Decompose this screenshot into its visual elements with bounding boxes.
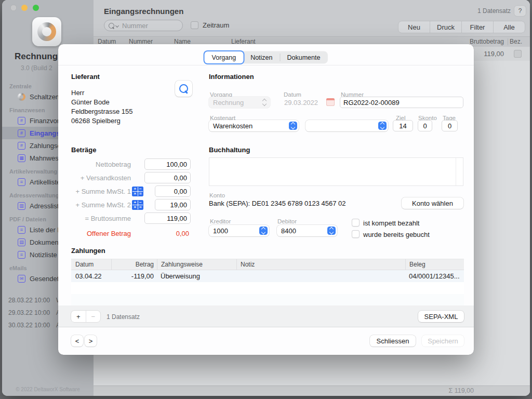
tage-input[interactable] [442, 120, 458, 131]
zahlungen-count: 1 Datensatz [107, 313, 140, 321]
zahlung-betrag: -119,00 [111, 272, 157, 280]
window-minimize-button[interactable] [21, 5, 28, 11]
mwst2-input[interactable] [155, 199, 191, 210]
tab-dokumente[interactable]: Dokumente [280, 51, 328, 63]
skonto-input[interactable] [418, 120, 432, 131]
swirl-icon [18, 93, 25, 101]
informationen-section: Informationen Vorgang Rechnung Datum 29.… [209, 73, 463, 81]
kostenart-value: Warenkosten [213, 122, 252, 130]
row-bezahlt-checkbox[interactable] [514, 50, 522, 58]
buchhaltung-heading: Buchhaltung [209, 146, 463, 154]
ziel-input[interactable] [393, 120, 413, 131]
betrag-row-brutto: = Bruttosumme [71, 211, 191, 225]
mwst1-input[interactable] [155, 185, 191, 197]
invoice-detail-dialog: Vorgang Notizen Dokumente Lieferant Herr… [58, 44, 474, 355]
nettobetrag-input[interactable] [144, 158, 191, 170]
search-input[interactable] [121, 21, 178, 30]
help-button[interactable]: ? [514, 6, 526, 16]
zahlungen-table-header: Datum Betrag Zahlungsweise Notiz Beleg [71, 259, 464, 270]
filter-button[interactable]: Filter [461, 21, 493, 33]
col-notiz[interactable]: Notiz [236, 259, 405, 270]
lieferant-search-button[interactable] [175, 81, 192, 97]
neu-button[interactable]: Neu [398, 21, 430, 33]
col-zahlungsweise[interactable]: Zahlungsweise [157, 259, 236, 270]
col-datum[interactable]: Datum [71, 259, 111, 270]
app-version: 3.0 (Build 2 [21, 64, 52, 72]
bruttosumme-input[interactable] [144, 212, 191, 224]
vorgang-value: Rechnung [213, 99, 244, 107]
window-close-button[interactable] [10, 5, 17, 11]
sidebar-item-label: Notizliste [30, 251, 57, 259]
stepper-icon [289, 122, 297, 130]
zeitraum-label: Zeitraum [203, 21, 229, 29]
calculator-icon[interactable]: +−×= [132, 200, 143, 210]
betraege-heading: Beträge [71, 146, 191, 154]
add-zahlung-button[interactable]: + [71, 311, 86, 322]
col-beleg[interactable]: Beleg [405, 259, 464, 270]
debitor-value: 8400 [281, 227, 296, 235]
next-record-button[interactable]: > [85, 335, 97, 347]
column-header-bruttobetrag[interactable]: Bruttobetrag [470, 37, 504, 47]
zahlung-beleg: 04/0001/12345... [405, 272, 464, 280]
previous-record-button[interactable]: < [71, 335, 83, 347]
schliessen-button[interactable]: Schliessen [370, 335, 416, 347]
zeitraum-checkbox[interactable] [191, 21, 198, 29]
betrag-row-netto: Nettobetrag [71, 157, 191, 171]
zahlungen-section: Zahlungen Datum Betrag Zahlungsweise Not… [71, 247, 464, 255]
konto-label: Konto [209, 192, 225, 198]
secondary-select[interactable] [305, 120, 388, 131]
zahlung-row[interactable]: 03.04.22 -119,00 Überweisung 04/0001/123… [71, 270, 464, 282]
calendar-icon[interactable] [326, 98, 335, 106]
hash-icon: # [18, 142, 25, 150]
konto-waehlen-button[interactable]: Konto wählen [402, 197, 463, 209]
offener-betrag-value: 0,00 [176, 230, 191, 237]
druck-button[interactable]: Druck [430, 21, 461, 33]
column-divider [508, 38, 508, 45]
vorgang-select: Rechnung [209, 97, 270, 108]
page-title: Eingangsrechnungen [104, 7, 183, 16]
lieferant-section: Lieferant Herr Günter Bode Feldbergstras… [71, 73, 133, 126]
list-icon: ≡ [18, 251, 25, 259]
tab-notizen[interactable]: Notizen [243, 51, 280, 63]
ist-bezahlt-checkbox[interactable] [352, 219, 360, 227]
remove-zahlung-button[interactable]: − [86, 311, 101, 322]
hash-icon: # [18, 129, 25, 137]
col-betrag[interactable]: Betrag [111, 259, 157, 270]
toolbar: Eingangsrechnungen Zeitraum 1 Datensatz … [94, 0, 530, 36]
stepper-icon [259, 227, 268, 235]
empty-row [71, 282, 464, 294]
buchhaltung-notes-textarea[interactable] [209, 157, 463, 186]
bereits-gebucht-checkbox[interactable] [352, 230, 360, 238]
zahlungen-heading: Zahlungen [71, 247, 464, 255]
datum-value: 29.03.2022 [284, 99, 318, 107]
calendar-icon: ▦ [18, 154, 25, 162]
kreditor-select[interactable]: 1000 [209, 225, 269, 236]
dialog-tabs: Vorgang Notizen Dokumente [205, 51, 328, 63]
copyright: © 2022 DeltaworX Software [2, 387, 94, 392]
bruttosumme-label: = Bruttosumme [71, 215, 131, 222]
chevron-down-icon [115, 23, 119, 27]
betrag-row-mwst2: + Summe MwSt. 2 +−×= [71, 198, 191, 211]
versandkosten-input[interactable] [144, 172, 191, 183]
alle-button[interactable]: Alle [493, 21, 525, 33]
table-footer: Σ 119,00 [94, 385, 530, 396]
nummer-input[interactable] [340, 97, 463, 108]
debitor-select[interactable]: 8400 [277, 225, 337, 236]
sepa-xml-button[interactable]: SEPA-XML [418, 311, 464, 322]
address-line: Feldbergstrasse 155 [71, 107, 133, 116]
kostenart-select[interactable]: Warenkosten [209, 120, 299, 131]
calculator-icon[interactable]: +−×= [132, 187, 143, 196]
tab-vorgang[interactable]: Vorgang [205, 51, 244, 63]
search-field[interactable] [104, 20, 183, 31]
betrag-row-mwst1: + Summe MwSt. 1 +−×= [71, 184, 191, 198]
zeitraum-control: Zeitraum [191, 21, 229, 29]
betrag-row-versand: + Versandkosten [71, 171, 191, 184]
app-icon [32, 17, 61, 46]
address-line: Günter Bode [71, 98, 133, 107]
window-zoom-button[interactable] [33, 5, 39, 11]
mwst1-label: + Summe MwSt. 1 [71, 188, 131, 195]
sidebar-item-label: Artikelliste [30, 178, 60, 186]
speichern-button[interactable]: Speichern [422, 335, 464, 347]
column-header-bez[interactable]: Bez. [510, 37, 522, 47]
lieferant-heading: Lieferant [71, 73, 133, 81]
